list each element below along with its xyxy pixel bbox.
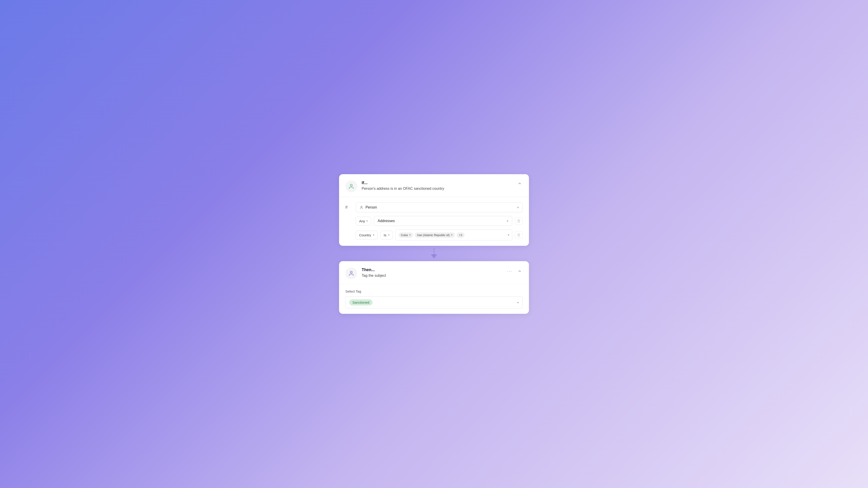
tag-dropdown-chevron-icon: ▾ <box>517 301 519 304</box>
if-card-body: If Person ▾ Any ▾ <box>339 197 529 246</box>
person-value: Person <box>366 205 517 209</box>
person-chevron-icon: ▾ <box>517 205 519 209</box>
arrow-connector <box>431 246 437 261</box>
person-dropdown[interactable]: Person ▾ <box>356 202 523 213</box>
arrow-down-icon <box>431 254 437 258</box>
more-countries-badge: +3 <box>457 232 465 238</box>
svg-point-2 <box>350 271 352 273</box>
if-card-label: If... <box>362 181 512 185</box>
cuba-tag-remove-icon[interactable]: × <box>409 233 411 236</box>
tags-chevron-icon: ▾ <box>508 233 509 237</box>
then-card-label: Then... <box>362 267 501 272</box>
svg-point-0 <box>350 184 352 186</box>
then-card-description: Tag the subject <box>362 273 501 278</box>
select-tag-label: Select Tag <box>345 289 523 293</box>
condition-row: Any ▾ Addresses ▾ <box>345 216 523 226</box>
countries-tags-container[interactable]: Cuba × Iran (Islamic Republic of) × +3 ▾ <box>396 230 512 240</box>
if-label: If <box>345 205 352 209</box>
then-card: Then... Tag the subject ··· Select Tag S… <box>339 261 529 314</box>
dot-2 <box>433 251 435 252</box>
addresses-delete-button[interactable] <box>515 217 523 225</box>
any-chevron-icon: ▾ <box>366 219 368 223</box>
tag-dropdown[interactable]: Sanctioned ▾ <box>345 296 523 308</box>
is-chevron-icon: ▾ <box>388 233 390 236</box>
workflow-container: If... Person's address is in an OFAC san… <box>339 174 529 314</box>
then-more-button[interactable]: ··· <box>505 267 514 274</box>
then-card-header-content: Then... Tag the subject <box>362 267 501 278</box>
then-avatar <box>345 267 357 279</box>
if-collapse-button[interactable] <box>517 181 523 186</box>
iran-tag[interactable]: Iran (Islamic Republic of) × <box>415 232 455 238</box>
if-card-description: Person's address is in an OFAC sanctione… <box>362 187 512 191</box>
if-avatar <box>345 181 357 192</box>
if-card-header: If... Person's address is in an OFAC san… <box>339 174 529 197</box>
cuba-tag[interactable]: Cuba × <box>399 232 413 238</box>
addresses-dropdown[interactable]: Addresses ▾ <box>374 216 512 226</box>
any-label: Any <box>359 219 365 223</box>
country-chevron-icon: ▾ <box>373 233 374 236</box>
iran-tag-remove-icon[interactable]: × <box>451 233 453 236</box>
country-dropdown[interactable]: Country ▾ <box>356 231 378 239</box>
dot-1 <box>433 249 435 250</box>
filter-row: Country ▾ Is ▾ Cuba × Iran (Islamic Repu… <box>345 230 523 240</box>
if-card-header-content: If... Person's address is in an OFAC san… <box>362 181 512 191</box>
filter-delete-button[interactable] <box>515 231 523 239</box>
select-tag-section: Select Tag Sanctioned ▾ <box>339 284 529 314</box>
person-icon <box>360 205 363 209</box>
is-label: Is <box>384 233 386 237</box>
if-person-row: If Person ▾ <box>345 202 523 213</box>
iran-tag-label: Iran (Islamic Republic of) <box>417 233 450 237</box>
then-card-header: Then... Tag the subject ··· <box>339 261 529 284</box>
is-dropdown[interactable]: Is ▾ <box>380 231 393 239</box>
arrow-dots <box>433 249 435 255</box>
addresses-value: Addresses <box>378 219 507 223</box>
addresses-chevron-icon: ▾ <box>507 219 508 223</box>
svg-point-1 <box>361 206 362 207</box>
any-button[interactable]: Any ▾ <box>356 217 371 225</box>
sanctioned-tag: Sanctioned <box>349 299 373 305</box>
if-card: If... Person's address is in an OFAC san… <box>339 174 529 246</box>
then-collapse-button[interactable] <box>517 268 523 274</box>
then-header-actions: ··· <box>505 267 523 274</box>
cuba-tag-label: Cuba <box>401 233 408 237</box>
country-label: Country <box>359 233 371 237</box>
